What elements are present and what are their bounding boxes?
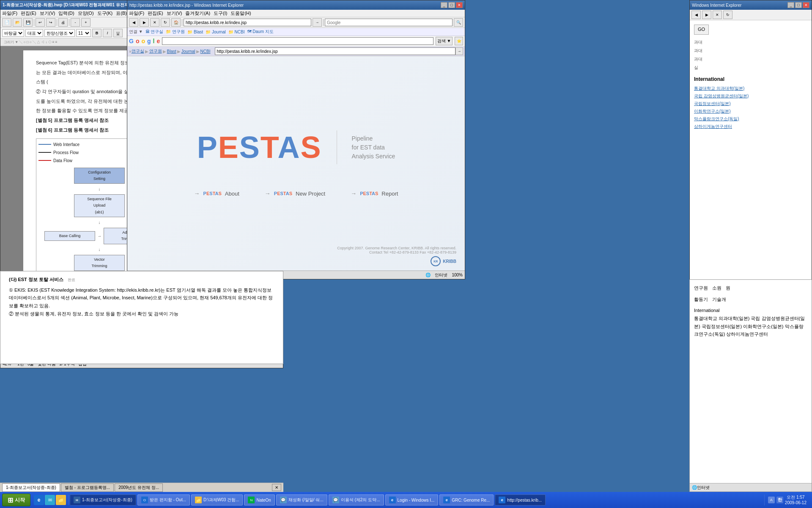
right-intl-1[interactable]: 통결대학교 의과대학(일본) xyxy=(694,316,749,321)
menu-format[interactable]: 모양(O) xyxy=(78,10,94,17)
intl-link-6[interactable]: 상하이게놈연구센터 xyxy=(694,123,807,130)
ie-forward-button[interactable]: ▶ xyxy=(140,18,149,27)
font-name-select[interactable]: 한양신명조 xyxy=(44,29,75,37)
hwp-tab-3[interactable]: 2009년도 유전체 정... xyxy=(115,483,163,492)
ie-go-button[interactable]: → xyxy=(313,18,322,27)
hwp-close-tab[interactable]: ✕ xyxy=(272,484,281,491)
open-button[interactable]: 📂 xyxy=(13,18,22,27)
right-intl-6[interactable]: 상하이게놈연구센터 xyxy=(726,331,768,337)
taskbar-ie3[interactable]: e http://pestas.krib... xyxy=(495,494,546,505)
right-maximize-button[interactable]: □ xyxy=(795,2,802,8)
google-search-input[interactable] xyxy=(162,37,433,45)
intl-link-3[interactable]: 국립정보센터(일본) xyxy=(694,100,807,107)
ie-menu-fav[interactable]: 즐겨찾기(A) xyxy=(185,10,210,17)
font-size-select[interactable]: 11 xyxy=(76,29,91,37)
link-sub-1[interactable]: 연구원 xyxy=(694,284,708,292)
ie-stop-button[interactable]: ✕ xyxy=(150,18,159,27)
zoom-out-button[interactable]: - xyxy=(71,18,80,27)
ie-link-lab[interactable]: 🏛 연구실 xyxy=(145,29,164,35)
link-sub-4[interactable]: 활동기 xyxy=(694,295,708,304)
nav-journal-link[interactable]: Journal xyxy=(181,49,195,54)
quick-folder-icon[interactable]: 📁 xyxy=(56,495,66,505)
pestas-nav-report[interactable]: → PESTAS Report xyxy=(351,190,398,197)
ie-close-button[interactable]: ✕ xyxy=(456,2,463,8)
taskbar-nateon[interactable]: N NateOn xyxy=(244,494,274,505)
right-back-button[interactable]: ◀ xyxy=(691,11,701,19)
ie-search-input[interactable] xyxy=(325,19,453,26)
pestas-nav-about[interactable]: → PESTAS About xyxy=(194,190,239,197)
ie-home-button[interactable]: 🏠 xyxy=(171,18,181,27)
right-forward-button[interactable]: ▶ xyxy=(702,11,711,19)
ie-menu-help[interactable]: 도움말(H) xyxy=(230,10,251,17)
taskbar-ie1[interactable]: e Login - Windows I... xyxy=(385,494,439,505)
start-button[interactable]: ⊞ 시작 xyxy=(2,494,30,506)
ie-link-center[interactable]: 📁 연구원 xyxy=(166,29,185,35)
right-intl-4[interactable]: 이화학연구소(일본) xyxy=(743,324,783,329)
ie-menu-view[interactable]: 보기(V) xyxy=(167,10,182,17)
ie-menu-tools[interactable]: 도구(I) xyxy=(214,10,227,17)
font-type-select[interactable]: 대표 xyxy=(25,29,43,37)
intl-link-2[interactable]: 국립 감염성병원균센터(일본) xyxy=(694,93,807,99)
right-close-button[interactable]: ✕ xyxy=(803,2,809,8)
ie-menu-file[interactable]: 파일(F) xyxy=(129,10,144,17)
taskbar-hwp[interactable]: H 1-최종보고서(작성중-최종) xyxy=(70,494,136,505)
nav-go-button[interactable]: → xyxy=(455,47,463,55)
nav-ncbi-link[interactable]: NCBI xyxy=(200,49,211,54)
nav-center-link[interactable]: 연구원 xyxy=(149,48,162,54)
google-search-button[interactable]: 검색 ▼ xyxy=(436,37,453,45)
right-minimize-button[interactable]: _ xyxy=(787,2,794,8)
style-select[interactable]: 바탕글 xyxy=(2,29,24,37)
print-button[interactable]: 🖨 xyxy=(58,18,68,27)
google-lucky-button[interactable]: ⭐ xyxy=(455,37,463,45)
menu-edit[interactable]: 편집(E) xyxy=(21,10,36,17)
ie-menu-edit[interactable]: 편집(E) xyxy=(148,10,163,17)
intl-link-5[interactable]: 막스플랑크연구소(독일) xyxy=(694,116,807,122)
zoom-in-button[interactable]: + xyxy=(81,18,91,27)
right-refresh-button[interactable]: ↻ xyxy=(723,11,732,19)
intl-link-4[interactable]: 이화학연구소(일본) xyxy=(694,108,807,115)
systray-ime-icon[interactable]: 한 xyxy=(776,497,783,503)
pestas-nav-new-project[interactable]: → PESTAS New Project xyxy=(265,190,325,197)
redo-button[interactable]: ↪ xyxy=(46,18,55,27)
undo-button[interactable]: ↩ xyxy=(36,18,45,27)
taskbar-ie2[interactable]: e GRC: Genome Re... xyxy=(439,494,494,505)
menu-file[interactable]: 파일(F) xyxy=(2,10,17,17)
ie-maximize-button[interactable]: □ xyxy=(448,2,455,8)
go-button[interactable]: GO xyxy=(694,25,709,35)
ie-link-ncbi[interactable]: 📁 NCBI xyxy=(228,30,245,34)
taskbar-chat2[interactable]: 💬 이용석 (제2의 도약... xyxy=(329,494,384,505)
hwp-tab-1[interactable]: 1-최종보고서(작성중-최종) xyxy=(2,483,60,492)
save-button[interactable]: 💾 xyxy=(23,18,33,27)
right-stop-button[interactable]: ✕ xyxy=(713,11,722,19)
ie-refresh-button[interactable]: ↻ xyxy=(161,18,170,27)
new-button[interactable]: 📄 xyxy=(2,18,11,27)
intl-link-1[interactable]: 통결대학교 의과대학(일본) xyxy=(694,85,807,92)
menu-view[interactable]: 보기(V) xyxy=(40,10,55,17)
nav-blast-link[interactable]: Blast xyxy=(167,49,176,54)
ie-link-daum[interactable]: 🗺 Daum 지도 xyxy=(247,29,274,35)
ie-address-input[interactable] xyxy=(184,19,311,26)
hwp-tab-2[interactable]: 별첨 - 프로그램등록명... xyxy=(61,483,114,492)
quick-ie-icon[interactable]: e xyxy=(34,495,44,505)
quick-email-icon[interactable]: ✉ xyxy=(45,495,55,505)
ie-back-button[interactable]: ◀ xyxy=(129,18,138,27)
link-sub-2[interactable]: 소원 xyxy=(712,284,721,292)
taskbar-outlook[interactable]: O 받은 편지함 - Out... xyxy=(137,494,190,505)
taskbar-folder[interactable]: 📁 D:\과제W03 건험... xyxy=(191,494,243,505)
underline-button[interactable]: U xyxy=(113,29,123,37)
italic-button[interactable]: I xyxy=(103,29,112,37)
link-sub-3[interactable]: 원 xyxy=(726,284,730,292)
menu-table[interactable]: 표(B) xyxy=(116,10,127,17)
ie-minimize-button[interactable]: _ xyxy=(441,2,447,8)
ie-link-blast[interactable]: 📁 Blast xyxy=(187,30,203,34)
bold-button[interactable]: B xyxy=(92,29,102,37)
ie-search-button[interactable]: 🔍 xyxy=(454,18,463,27)
ie-link-journal[interactable]: 📁 Journal xyxy=(206,30,226,34)
second-address-bar[interactable] xyxy=(215,47,455,55)
menu-insert[interactable]: 입력(D) xyxy=(58,10,74,17)
taskbar-chat1[interactable]: 💬 채성화 (/알알/ 숴... xyxy=(276,494,327,505)
link-sub-5[interactable]: 기술개 xyxy=(712,295,726,304)
right-intl-3[interactable]: 국립정보센터(일본) xyxy=(702,324,742,329)
nav-research-link[interactable]: 연구실 xyxy=(132,48,144,54)
menu-tools[interactable]: 도구(K) xyxy=(97,10,113,17)
